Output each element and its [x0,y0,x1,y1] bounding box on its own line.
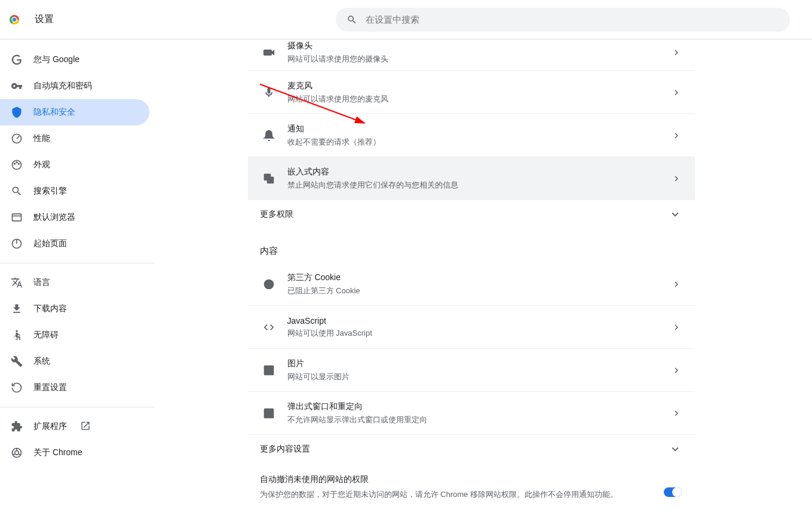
sidebar-item-reset[interactable]: 重置设置 [0,375,149,401]
download-icon [11,303,23,315]
chevron-right-icon [671,47,682,58]
sidebar-item-accessibility[interactable]: 无障碍 [0,322,149,348]
setting-desc: 禁止网站向您请求使用它们保存的与您相关的信息 [287,180,671,191]
setting-title: 弹出式窗口和重定向 [287,401,671,412]
svg-point-24 [264,280,273,288]
setting-desc: 网站可以使用 JavaScript [287,328,671,339]
more-content-label: 更多内容设置 [260,444,669,455]
sidebar-item-downloads[interactable]: 下载内容 [0,296,149,322]
chevron-right-icon [671,130,682,141]
svg-point-14 [16,330,17,332]
setting-row-cookies[interactable]: 第三方 Cookie 已阻止第三方 Cookie [248,263,695,306]
setting-desc: 网站可以显示图片 [287,372,671,382]
svg-rect-20 [263,50,271,55]
svg-point-30 [266,367,268,369]
sidebar-label: 下载内容 [33,303,67,314]
setting-title: JavaScript [287,316,671,326]
cookie-icon [263,278,275,290]
chevron-right-icon [671,408,682,419]
sidebar: 您与 Google 自动填充和密码 隐私和安全 性能 外观 搜索引擎 默认浏览器 [0,39,154,531]
translate-icon [11,277,23,288]
chevron-right-icon [671,87,682,98]
shield-icon [11,106,23,118]
sidebar-item-performance[interactable]: 性能 [0,125,149,152]
setting-title: 麦克风 [287,81,671,91]
chevron-right-icon [671,173,682,184]
svg-point-9 [19,164,20,165]
power-icon [11,238,23,250]
setting-desc: 不允许网站显示弹出式窗口或使用重定向 [287,415,671,425]
search-box[interactable] [336,8,790,32]
popup-icon [263,407,275,419]
setting-title: 嵌入式内容 [287,167,671,177]
setting-row-images[interactable]: 图片 网站可以显示图片 [248,349,695,392]
svg-point-8 [16,162,17,163]
setting-row-camera[interactable]: 摄像头 网站可以请求使用您的摄像头 [248,39,695,71]
setting-row-microphone[interactable]: 麦克风 网站可以请求使用您的麦克风 [248,71,695,114]
sidebar-item-about[interactable]: 关于 Chrome [0,440,149,466]
sidebar-item-search[interactable]: 搜索引擎 [0,178,149,204]
svg-rect-10 [13,214,22,221]
auto-revoke-toggle[interactable] [664,487,682,497]
sidebar-label: 无障碍 [33,330,59,340]
code-icon [263,321,275,333]
sidebar-label: 起始页面 [33,238,67,249]
setting-row-popups[interactable]: 弹出式窗口和重定向 不允许网站显示弹出式窗口或使用重定向 [248,392,695,435]
bell-icon [263,130,275,142]
more-permissions-label: 更多权限 [260,209,669,220]
setting-title: 第三方 Cookie [287,272,671,283]
chevron-right-icon [671,279,682,290]
sidebar-label: 您与 Google [33,54,79,65]
image-icon [263,364,275,376]
svg-rect-23 [267,177,273,183]
sidebar-label: 外观 [33,159,50,170]
sidebar-label: 重置设置 [33,382,67,393]
search-input[interactable] [366,14,779,24]
auto-revoke-title: 自动撤消未使用的网站的权限 [260,474,664,485]
accessibility-icon [11,329,23,341]
setting-title: 图片 [287,358,671,369]
sidebar-label: 搜索引擎 [33,186,67,197]
svg-point-16 [15,451,19,455]
sidebar-item-language[interactable]: 语言 [0,269,149,296]
sidebar-item-system[interactable]: 系统 [0,348,149,375]
palette-icon [11,159,23,171]
search-icon [11,185,23,197]
svg-point-25 [266,283,268,284]
sidebar-label: 扩展程序 [33,421,67,432]
sidebar-label: 自动填充和密码 [33,81,92,91]
camera-icon [263,47,275,59]
svg-line-18 [13,454,16,455]
more-permissions-row[interactable]: 更多权限 [248,200,695,229]
sidebar-item-you-and-google[interactable]: 您与 Google [0,47,149,73]
chevron-down-icon [669,208,682,221]
sidebar-item-privacy[interactable]: 隐私和安全 [0,99,149,125]
extension-icon [11,420,23,432]
open-external-icon [80,420,91,433]
sidebar-item-extensions[interactable]: 扩展程序 [0,413,149,440]
svg-point-26 [269,282,270,283]
sidebar-label: 语言 [33,277,50,288]
more-content-row[interactable]: 更多内容设置 [248,435,695,464]
setting-row-embedded[interactable]: 嵌入式内容 禁止网站向您请求使用它们保存的与您相关的信息 [248,157,695,200]
speedometer-icon [11,133,23,145]
sidebar-item-autofill[interactable]: 自动填充和密码 [0,73,149,99]
setting-row-notifications[interactable]: 通知 收起不需要的请求（推荐） [248,114,695,157]
microphone-icon [263,87,275,99]
setting-row-javascript[interactable]: JavaScript 网站可以使用 JavaScript [248,306,695,349]
sidebar-item-default-browser[interactable]: 默认浏览器 [0,204,149,231]
svg-point-3 [13,18,16,22]
reset-icon [11,382,23,394]
svg-line-19 [19,454,21,455]
sidebar-label: 关于 Chrome [33,447,82,458]
content-section-label: 内容 [248,229,695,263]
chevron-down-icon [669,443,682,456]
chrome-icon [11,447,23,459]
embed-icon [263,173,275,185]
chevron-right-icon [671,322,682,333]
sidebar-label: 性能 [33,133,50,144]
sidebar-item-appearance[interactable]: 外观 [0,152,149,178]
sidebar-item-startup[interactable]: 起始页面 [0,231,149,257]
setting-title: 通知 [287,124,671,134]
svg-point-27 [267,285,268,286]
